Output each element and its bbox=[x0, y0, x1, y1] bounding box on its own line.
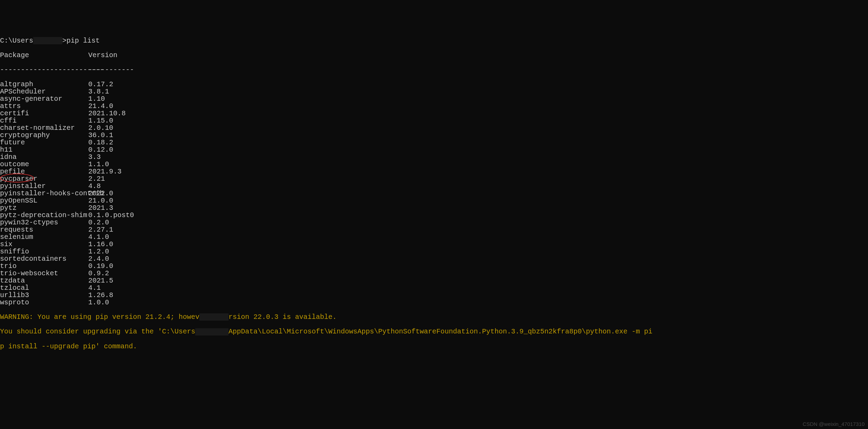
package-version: 1.2.0 bbox=[88, 248, 109, 255]
package-name: pytz bbox=[0, 204, 88, 212]
warning-redacted bbox=[195, 328, 229, 336]
package-name: wsproto bbox=[0, 299, 88, 306]
package-version: 2021.5 bbox=[88, 277, 113, 284]
package-name: cffi bbox=[0, 117, 88, 124]
package-row: urllib31.26.8 bbox=[0, 292, 868, 299]
package-row: idna3.3 bbox=[0, 153, 868, 161]
package-version: 0.17.2 bbox=[88, 81, 113, 88]
package-version: 21.0.0 bbox=[88, 197, 113, 204]
package-version: 0.2.0 bbox=[88, 219, 109, 226]
package-row: certifi2021.10.8 bbox=[0, 110, 868, 117]
package-row: pywin32-ctypes0.2.0 bbox=[0, 219, 868, 226]
prompt-line: C:\Users >pip list bbox=[0, 37, 868, 44]
package-version: 1.0.0 bbox=[88, 299, 109, 306]
package-name: idna bbox=[0, 153, 88, 161]
package-row: tzdata2021.5 bbox=[0, 277, 868, 284]
package-version: 0.9.2 bbox=[88, 270, 109, 277]
package-name: trio-websocket bbox=[0, 270, 88, 277]
package-version: 36.0.1 bbox=[88, 132, 113, 139]
warning-line-1: WARNING: You are using pip version 21.2.… bbox=[0, 313, 868, 321]
warning-line-2: You should consider upgrading via the 'C… bbox=[0, 328, 868, 335]
package-list: altgraph0.17.2APScheduler3.8.1async-gene… bbox=[0, 81, 868, 306]
package-row: h110.12.0 bbox=[0, 146, 868, 153]
divider-right: ----------- bbox=[88, 66, 134, 73]
package-name: attrs bbox=[0, 102, 88, 110]
package-name: requests bbox=[0, 226, 88, 233]
package-version: 4.8 bbox=[88, 182, 101, 190]
package-version: 1.15.0 bbox=[88, 117, 113, 124]
watermark: CSDN @weixin_47017310 bbox=[803, 421, 865, 427]
package-name: pywin32-ctypes bbox=[0, 219, 88, 226]
divider-row: ------------------------------------ bbox=[0, 66, 868, 73]
package-version: 1.1.0 bbox=[88, 161, 109, 168]
package-row: sortedcontainers2.4.0 bbox=[0, 255, 868, 262]
package-name: APScheduler bbox=[0, 88, 88, 95]
warning-line-3: p install --upgrade pip' command. bbox=[0, 343, 868, 350]
package-version: 1.16.0 bbox=[88, 241, 113, 248]
header-version: Version bbox=[88, 52, 117, 59]
warning-redacted bbox=[199, 313, 229, 321]
package-name: sniffio bbox=[0, 248, 88, 255]
package-name: tzlocal bbox=[0, 284, 88, 292]
package-name: pefile bbox=[0, 168, 88, 175]
package-name: future bbox=[0, 139, 88, 146]
package-version: 2.27.1 bbox=[88, 226, 113, 233]
package-version: 2021.3 bbox=[88, 204, 113, 212]
package-version: 21.4.0 bbox=[88, 102, 113, 110]
package-name: charset-normalizer bbox=[0, 124, 88, 132]
package-version: 4.1.0 bbox=[88, 233, 109, 241]
warning-text: rsion 22.0.3 is available. bbox=[229, 313, 337, 321]
package-name: certifi bbox=[0, 110, 88, 117]
package-version: 2.0.10 bbox=[88, 124, 113, 132]
package-version: 2022.0 bbox=[88, 190, 113, 197]
package-row: pefile2021.9.3 bbox=[0, 168, 868, 175]
package-row: trio-websocket0.9.2 bbox=[0, 270, 868, 277]
package-row: cffi1.15.0 bbox=[0, 117, 868, 124]
package-name: outcome bbox=[0, 161, 88, 168]
warning-text: You should consider upgrading via the 'C… bbox=[0, 328, 195, 336]
package-version: 0.19.0 bbox=[88, 262, 113, 270]
package-version: 3.3 bbox=[88, 153, 101, 161]
package-version: 0.18.2 bbox=[88, 139, 113, 146]
package-name: pyOpenSSL bbox=[0, 197, 88, 204]
package-name: urllib3 bbox=[0, 292, 88, 299]
package-row: pyinstaller4.8 bbox=[0, 182, 868, 190]
prompt-redacted bbox=[33, 37, 62, 44]
package-name: altgraph bbox=[0, 81, 88, 88]
package-name: sortedcontainers bbox=[0, 255, 88, 262]
package-name: async-generator bbox=[0, 95, 88, 102]
package-version: 1.10 bbox=[88, 95, 105, 102]
warning-text: AppData\Local\Microsoft\WindowsApps\Pyth… bbox=[229, 328, 652, 336]
package-version: 2.21 bbox=[88, 175, 105, 182]
warning-text: WARNING: You are using pip version 21.2.… bbox=[0, 313, 199, 321]
package-row: pytz-deprecation-shim0.1.0.post0 bbox=[0, 212, 868, 219]
package-name: h11 bbox=[0, 146, 88, 153]
header-package: Package bbox=[0, 52, 88, 59]
package-version: 0.1.0.post0 bbox=[88, 212, 134, 219]
divider-left: ------------------------- bbox=[0, 66, 88, 73]
package-row: sniffio1.2.0 bbox=[0, 248, 868, 255]
package-version: 1.26.8 bbox=[88, 292, 113, 299]
package-row: tzlocal4.1 bbox=[0, 284, 868, 292]
package-name: pyinstaller-hooks-contrib bbox=[0, 190, 88, 197]
package-row: trio0.19.0 bbox=[0, 262, 868, 270]
package-row: async-generator1.10 bbox=[0, 95, 868, 102]
package-name: pycparser bbox=[0, 175, 88, 182]
package-version: 3.8.1 bbox=[88, 88, 109, 95]
package-row: pytz2021.3 bbox=[0, 204, 868, 212]
package-row: attrs21.4.0 bbox=[0, 102, 868, 110]
package-name: cryptography bbox=[0, 132, 88, 139]
package-name: six bbox=[0, 241, 88, 248]
package-row: pyinstaller-hooks-contrib2022.0 bbox=[0, 190, 868, 197]
package-row: requests2.27.1 bbox=[0, 226, 868, 233]
package-name: pytz-deprecation-shim bbox=[0, 212, 88, 219]
package-row: charset-normalizer2.0.10 bbox=[0, 124, 868, 132]
package-row: pyOpenSSL21.0.0 bbox=[0, 197, 868, 204]
package-row: altgraph0.17.2 bbox=[0, 81, 868, 88]
package-row: APScheduler3.8.1 bbox=[0, 88, 868, 95]
package-name: pyinstaller bbox=[0, 182, 88, 190]
package-version: 2021.10.8 bbox=[88, 110, 126, 117]
package-version: 2021.9.3 bbox=[88, 168, 122, 175]
terminal-output: C:\Users >pip list PackageVersion ------… bbox=[0, 30, 868, 357]
package-row: future0.18.2 bbox=[0, 139, 868, 146]
